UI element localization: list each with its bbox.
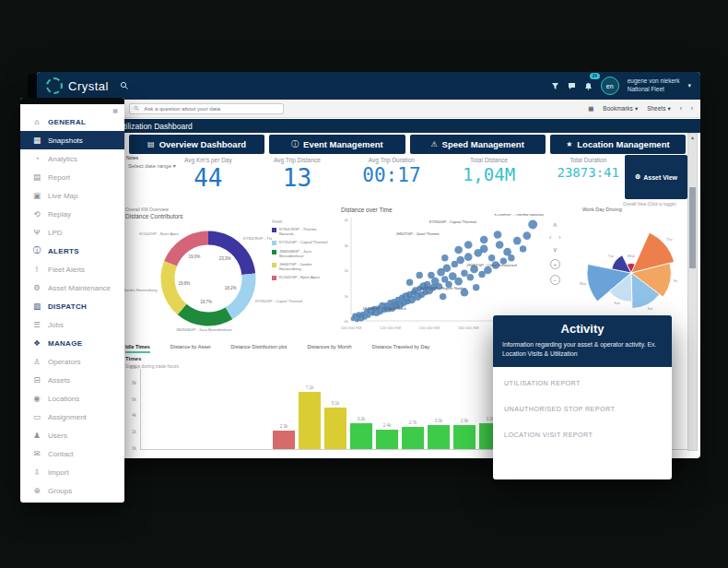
sidebar-item-operators[interactable]: ♙Operators bbox=[20, 352, 124, 371]
scatter-point[interactable] bbox=[456, 256, 464, 265]
scatter-point[interactable] bbox=[467, 274, 474, 280]
donut-segment[interactable] bbox=[229, 274, 249, 314]
bottom-tab-distance-traveled-by-day[interactable]: Distance Traveled by Day bbox=[372, 344, 430, 353]
bookmarks-dropdown[interactable]: Bookmarks▾ bbox=[603, 105, 638, 112]
zoom-out-icon[interactable]: − bbox=[550, 275, 560, 285]
bottom-tab-distance-distribution-plot[interactable]: Distance Distribution plot bbox=[231, 344, 288, 353]
legend-item[interactable]: KT82LRGP - Thermo Naturals bbox=[272, 227, 329, 236]
sidebar-item-analytics[interactable]: ◔Analytics bbox=[20, 149, 124, 168]
scrollbar-up-icon[interactable]: ▲ bbox=[688, 135, 697, 140]
scatter-point[interactable] bbox=[503, 248, 511, 256]
sidebar-item-contact[interactable]: ✉Contact bbox=[20, 444, 124, 463]
scatter-point[interactable] bbox=[416, 272, 422, 278]
sidebar-item-assets[interactable]: ⊟Assets bbox=[20, 371, 124, 389]
tab-location-management[interactable]: ★Location Management bbox=[550, 135, 686, 154]
sidebar-item-alerts[interactable]: ⓘALERTS bbox=[20, 242, 124, 260]
chevron-down-icon[interactable]: ▾ bbox=[687, 82, 691, 89]
insight-search-box[interactable] bbox=[129, 103, 284, 114]
bar[interactable]: 2.4k bbox=[376, 430, 398, 449]
bottom-tab-distance-by-asset[interactable]: Distance by Asset bbox=[170, 344, 211, 353]
date-range-filter[interactable]: Select date range ▾ bbox=[128, 162, 176, 169]
tab-event-management[interactable]: ⓘEvent Management bbox=[269, 135, 405, 154]
scatter-point[interactable] bbox=[440, 293, 446, 300]
sidebar-item-lpd[interactable]: ΨLPD bbox=[20, 223, 124, 242]
scatter-point[interactable] bbox=[488, 254, 495, 261]
scatter-point[interactable] bbox=[461, 270, 467, 277]
bar[interactable]: 5.1k bbox=[324, 408, 346, 449]
bar[interactable]: 7.1k bbox=[299, 392, 321, 449]
rose-chart[interactable]: MonTueWedThuFriSatSun bbox=[576, 212, 687, 332]
sidebar-item-import[interactable]: ⇩Import bbox=[20, 463, 124, 481]
donut-segment[interactable] bbox=[182, 310, 229, 319]
scatter-point[interactable] bbox=[494, 231, 502, 239]
donut-segment[interactable] bbox=[168, 264, 182, 310]
sidebar-item-live-map[interactable]: ▣Live Map bbox=[20, 186, 124, 205]
zoom-in-icon[interactable]: + bbox=[550, 259, 560, 269]
scatter-point[interactable] bbox=[520, 245, 526, 252]
scatter-point[interactable] bbox=[454, 246, 463, 254]
sidebar-item-users[interactable]: ♟Users bbox=[20, 426, 124, 444]
sheet-grid-icon[interactable]: ▦ bbox=[588, 105, 593, 112]
legend-item[interactable]: JH467GP - Jandre Hartzenberg bbox=[272, 262, 329, 271]
search-icon[interactable] bbox=[120, 81, 129, 90]
sidebar-item-report[interactable]: ▤Report bbox=[20, 168, 124, 186]
bar[interactable]: 3.2k bbox=[350, 423, 372, 449]
legend-item[interactable]: KC642GP - Bjorn Apex bbox=[272, 275, 329, 280]
scatter-point[interactable] bbox=[464, 253, 473, 261]
chat-icon[interactable] bbox=[568, 77, 576, 94]
bottom-tab-idle-times[interactable]: Idle Times bbox=[125, 344, 150, 353]
kpi-avg-trip-distance[interactable]: Avg Trip Distance13 bbox=[274, 157, 321, 190]
kpi-avg-km-s-per-day[interactable]: Avg Km's per Day44 bbox=[184, 157, 232, 190]
donut-segment[interactable] bbox=[170, 238, 208, 264]
bar[interactable]: 3.0k bbox=[428, 425, 450, 449]
scatter-point[interactable] bbox=[513, 237, 522, 245]
tab-overview-dashboard[interactable]: ▤Overview Dashboard bbox=[129, 135, 264, 154]
scatter-point[interactable] bbox=[443, 264, 452, 272]
legend-item[interactable]: JM456BGP - Jaco Bezuidenhout bbox=[272, 249, 329, 258]
vertical-scrollbar[interactable]: ▲ bbox=[687, 133, 698, 451]
bar[interactable]: 2.3k bbox=[273, 431, 295, 449]
filter-icon[interactable] bbox=[551, 77, 559, 94]
sidebar-menu-icon[interactable]: ▦ bbox=[112, 107, 118, 113]
scatter-point[interactable] bbox=[367, 314, 371, 318]
scroll-up-icon[interactable]: ∧ bbox=[553, 221, 558, 229]
kpi-avg-trip-duration[interactable]: Avg Trip Duration00:17 bbox=[362, 157, 420, 190]
scatter-point[interactable] bbox=[523, 231, 531, 240]
bar[interactable]: 2.9k bbox=[453, 425, 476, 449]
scatter-point[interactable] bbox=[441, 254, 448, 261]
kpi-total-duration[interactable]: Total Duration23873:41 bbox=[558, 157, 619, 190]
sidebar-item-manage[interactable]: ❖MANAGE bbox=[20, 334, 124, 352]
scrollbar-thumb[interactable] bbox=[689, 187, 696, 268]
tab-speed-management[interactable]: ⚠Speed Management bbox=[410, 135, 546, 154]
sidebar-item-assignment[interactable]: ▭Assignment bbox=[20, 408, 124, 426]
scatter-point[interactable] bbox=[406, 278, 413, 285]
kpi-total-distance[interactable]: Total Distance1,04M bbox=[463, 157, 515, 190]
scatter-point[interactable] bbox=[528, 220, 537, 230]
insight-search-input[interactable] bbox=[142, 105, 279, 112]
prev-sheet-icon[interactable]: ‹ bbox=[680, 105, 682, 112]
next-sheet-icon[interactable]: › bbox=[691, 105, 693, 112]
scatter-point[interactable] bbox=[454, 278, 463, 286]
scatter-point[interactable] bbox=[508, 254, 514, 261]
sidebar-item-locations[interactable]: ◉Locations bbox=[20, 389, 124, 408]
sidebar-item-groups[interactable]: ⊕Groups bbox=[20, 481, 124, 500]
asset-view-button[interactable]: ⚙ Asset View bbox=[625, 155, 687, 199]
scroll-down-icon[interactable]: ∨ bbox=[553, 246, 558, 254]
activity-item-utilisation-report[interactable]: UTILISATION REPORT bbox=[504, 379, 661, 387]
bar[interactable]: 2.7k bbox=[402, 427, 424, 449]
scatter-point[interactable] bbox=[480, 236, 488, 244]
scatter-point[interactable] bbox=[464, 241, 473, 249]
sidebar-item-dispatch[interactable]: ▥DISPATCH bbox=[20, 297, 124, 315]
sidebar-item-fleet-alerts[interactable]: !Fleet Alerts bbox=[20, 260, 124, 278]
scatter-point[interactable] bbox=[473, 284, 479, 290]
activity-item-location-visit-report[interactable]: LOCATION VISIT REPORT bbox=[504, 431, 661, 439]
scatter-point[interactable] bbox=[480, 245, 488, 254]
avatar[interactable]: en bbox=[601, 77, 619, 95]
user-menu[interactable]: eugene von niekerk National Fleet bbox=[628, 77, 680, 94]
sidebar-item-asset-maintenance[interactable]: ⚙Asset Maintenance bbox=[20, 278, 124, 297]
scatter-point[interactable] bbox=[496, 241, 504, 249]
activity-item-unauthorised-stop-report[interactable]: UNAUTHORISED STOP REPORT bbox=[504, 405, 661, 413]
legend-item[interactable]: KY550GP - Capral Thermal bbox=[272, 240, 329, 245]
sidebar-item-replay[interactable]: ⟲Replay bbox=[20, 205, 124, 223]
scroll-left-icon[interactable]: ‹ bbox=[549, 234, 551, 241]
